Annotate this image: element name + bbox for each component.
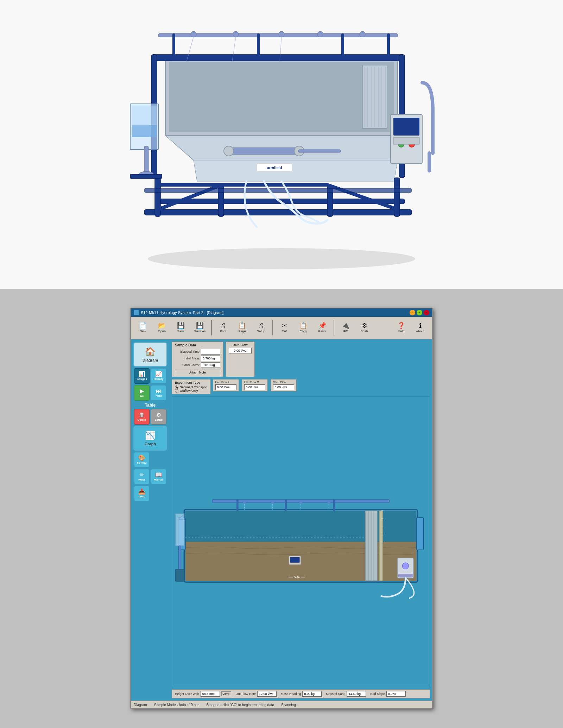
cut-button[interactable]: ✂ Cut xyxy=(275,318,293,337)
save-button[interactable]: 💾 Save xyxy=(172,318,190,337)
open-label: Open xyxy=(158,330,166,333)
river-flow-value[interactable]: 0.00 l/we xyxy=(273,384,294,390)
toolbar-sep-2 xyxy=(272,320,273,335)
out-flow-rate-value[interactable]: 12.98 l/we xyxy=(257,691,277,697)
new-icon: 📄 xyxy=(139,322,147,329)
graph-large-button[interactable]: 📉 Graph xyxy=(133,426,167,451)
save-as-button[interactable]: 💾 Save As xyxy=(191,318,209,337)
inlet-flow-l-label: Inlet Flow L xyxy=(215,381,236,384)
new-button[interactable]: 📄 New xyxy=(134,318,152,337)
svg-rect-15 xyxy=(144,188,412,193)
inlet-flow-l-value[interactable]: 0.00 l/we xyxy=(215,384,236,390)
elapsed-time-value[interactable] xyxy=(201,349,220,354)
write-button[interactable]: ✏ Write xyxy=(134,469,150,484)
copy-button[interactable]: 📋 Copy xyxy=(294,318,312,337)
svg-point-24 xyxy=(317,31,323,37)
sand-factor-value[interactable]: 0.810 kg xyxy=(201,362,220,368)
attach-note-button[interactable]: Attach Note xyxy=(175,370,220,375)
toolbar-sep-3 xyxy=(334,320,334,335)
inlet-flow-r-value[interactable]: 0.00 l/we xyxy=(244,384,265,390)
title-bar-controls[interactable]: − + × xyxy=(410,310,429,315)
manual-button[interactable]: 📖 Manual xyxy=(151,469,166,484)
zero-button[interactable]: Zero xyxy=(221,691,232,696)
diagram-large-button[interactable]: 🏠 Diagram xyxy=(133,342,167,367)
svg-rect-36 xyxy=(393,118,419,136)
sidebar-grid-2: ▶ Go ⏭ Next xyxy=(134,385,166,401)
ifd-label: IFD xyxy=(343,330,348,333)
save-as-label: Save As xyxy=(194,330,205,333)
svg-rect-34 xyxy=(130,174,162,178)
close-button[interactable]: × xyxy=(424,310,429,315)
setup-sidebar-button[interactable]: ⚙ Setup xyxy=(151,409,166,425)
load-label: Load xyxy=(138,495,145,498)
svg-point-0 xyxy=(148,248,415,269)
initial-mass-value[interactable]: 5.700 kg xyxy=(201,356,220,361)
help-label: Help xyxy=(398,330,405,333)
mass-of-sand-value[interactable]: 14.69 kg xyxy=(347,691,366,697)
svg-point-74 xyxy=(299,501,302,504)
print-button[interactable]: 🖨 Print xyxy=(214,318,232,337)
svg-rect-82 xyxy=(175,569,184,581)
manual-label: Manual xyxy=(154,478,164,481)
delete-button[interactable]: 🗑 Delete xyxy=(134,409,150,425)
status-sample-mode: Sample Mode - Auto : 10 sec xyxy=(154,703,199,707)
ifd-button[interactable]: 🔌 IFD xyxy=(336,318,355,337)
about-button[interactable]: ℹ About xyxy=(411,318,429,337)
svg-rect-19 xyxy=(341,33,344,58)
sidebar-grid-1: 📊 Gauges 📈 History xyxy=(134,368,166,384)
history-label: History xyxy=(154,377,164,381)
mass-reading-group: Mass Reading 0.00 kg xyxy=(281,691,322,697)
svg-rect-31 xyxy=(132,125,157,137)
svg-rect-67 xyxy=(416,517,424,550)
save-icon: 💾 xyxy=(177,322,185,329)
inlet-flow-r-box: Inlet Flow R 0.00 l/we xyxy=(242,379,268,391)
status-bar: Diagram Sample Mode - Auto : 10 sec Stop… xyxy=(131,701,432,708)
open-button[interactable]: 📂 Open xyxy=(153,318,171,337)
paste-label: Paste xyxy=(318,330,326,333)
paste-icon: 📌 xyxy=(318,322,326,329)
experiment-option-1: Sediment Transport xyxy=(180,385,208,389)
sample-data-box: Sample Data Elapsed Time Initial Mass 5.… xyxy=(172,341,223,377)
bed-slope-value[interactable]: 0.0 % xyxy=(386,691,406,697)
diagram-svg: A.A. xyxy=(172,397,430,687)
next-icon: ⏭ xyxy=(156,388,162,394)
maximize-button[interactable]: + xyxy=(417,310,422,315)
svg-rect-71 xyxy=(333,500,335,511)
svg-rect-86 xyxy=(399,574,412,577)
svg-point-21 xyxy=(191,31,196,37)
svg-point-73 xyxy=(271,501,274,504)
scale-button[interactable]: ⚙ Scale xyxy=(355,318,374,337)
rain-flow-value[interactable]: 0.00 l/we xyxy=(229,348,252,353)
experiment-radio-2[interactable] xyxy=(175,389,178,393)
history-icon: 📈 xyxy=(155,371,162,377)
height-over-weir-value[interactable]: 68.3 mm xyxy=(201,691,220,697)
history-button[interactable]: 📈 History xyxy=(151,368,166,384)
ifd-icon: 🔌 xyxy=(342,322,349,329)
next-button[interactable]: ⏭ Next xyxy=(151,385,166,401)
svg-rect-3 xyxy=(151,55,405,61)
status-mode: Diagram xyxy=(134,703,147,707)
sidebar-grid-5: ✏ Write 📖 Manual xyxy=(134,469,166,484)
setup-toolbar-button[interactable]: 🖨 Setup xyxy=(252,318,270,337)
elapsed-time-row: Elapsed Time xyxy=(175,349,220,354)
paste-button[interactable]: 📌 Paste xyxy=(313,318,331,337)
experiment-radio-1[interactable] xyxy=(175,385,178,389)
gauges-button[interactable]: 📊 Gauges xyxy=(134,368,150,384)
mass-reading-value[interactable]: 0.00 kg xyxy=(302,691,322,697)
new-label: New xyxy=(140,330,146,333)
svg-rect-50 xyxy=(229,148,299,154)
svg-rect-80 xyxy=(175,514,184,546)
diagram-area: A.A. xyxy=(172,396,430,687)
inlet-flow-r-label: Inlet Flow R xyxy=(244,381,265,384)
svg-point-85 xyxy=(402,563,409,569)
minimize-button[interactable]: − xyxy=(410,310,415,315)
format-button[interactable]: 🎨 Format xyxy=(134,452,150,467)
experiment-inlet-row: Experiment Type Sediment Transport Outfl… xyxy=(172,379,430,394)
left-sidebar: 🏠 Diagram 📊 Gauges 📈 History xyxy=(131,339,170,701)
go-button[interactable]: ▶ Go xyxy=(134,385,150,401)
load-button[interactable]: 📥 Load xyxy=(134,486,150,501)
photo-section: armfield xyxy=(0,0,563,289)
help-button[interactable]: ❓ Help xyxy=(392,318,410,337)
page-button[interactable]: 📋 Page xyxy=(233,318,251,337)
print-label: Print xyxy=(220,330,227,333)
